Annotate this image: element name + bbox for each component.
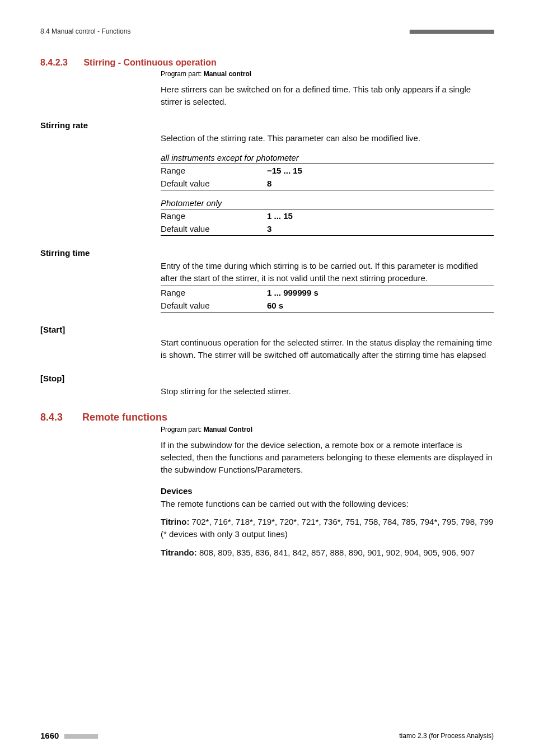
program-part-label: Program part:	[161, 70, 204, 78]
heading-title: Remote functions	[82, 412, 167, 423]
program-part-value: Manual Control	[204, 426, 252, 433]
range-key: Range	[161, 164, 267, 177]
page-footer: 1660 ■■■■■■■■ tiamo 2.3 (for Process Ana…	[40, 731, 494, 740]
stirring-time-table: Range 1 ... 999999 s Default value 60 s	[161, 286, 494, 312]
label-stirring-time: Stirring time	[40, 248, 494, 258]
page-number: 1660	[40, 731, 59, 740]
program-part-line: Program part: Manual control	[161, 70, 494, 78]
block2-caption: Photometer only	[161, 198, 494, 208]
section-8-4-3-body: Program part: Manual Control If in the s…	[161, 426, 494, 559]
range-val: 1 ... 15	[267, 209, 494, 222]
block2-table: Range 1 ... 15 Default value 3	[161, 209, 494, 236]
intro-text: Here stirrers can be switched on for a d…	[161, 83, 494, 108]
section-8-4-2-3-body: Program part: Manual control Here stirre…	[161, 70, 494, 108]
range-val: 1 ... 999999 s	[267, 286, 494, 299]
label-start: [Start]	[40, 325, 494, 334]
default-val: 8	[267, 177, 494, 190]
block1-caption: all instruments except for photometer	[161, 153, 494, 162]
table-row: Range −15 ... 15	[161, 164, 494, 177]
default-key: Default value	[161, 299, 267, 312]
stirring-rate-body: Selection of the stirring rate. This par…	[161, 132, 494, 235]
stirring-rate-desc: Selection of the stirring rate. This par…	[161, 132, 494, 144]
range-val: −15 ... 15	[267, 164, 494, 177]
block1-table: Range −15 ... 15 Default value 8	[161, 164, 494, 190]
running-header: 8.4 Manual control - Functions ■■■■■■■■■…	[40, 27, 494, 38]
table-row: Default value 8	[161, 177, 494, 190]
program-part-line: Program part: Manual Control	[161, 426, 494, 433]
table-row: Default value 60 s	[161, 299, 494, 312]
start-desc: Start continuous operation for the selec…	[161, 337, 494, 361]
stop-body: Stop stirring for the selected stirrer.	[161, 385, 494, 398]
program-part-label: Program part:	[161, 426, 204, 433]
heading-8-4-2-3: 8.4.2.3 Stirring - Continuous operation	[40, 58, 494, 68]
footer-bars: ■■■■■■■■	[64, 731, 97, 740]
default-key: Default value	[161, 177, 267, 190]
label-stop: [Stop]	[40, 374, 494, 383]
range-key: Range	[161, 209, 267, 222]
table-row: Default value 3	[161, 222, 494, 236]
page: 8.4 Manual control - Functions ■■■■■■■■■…	[0, 0, 534, 756]
stirring-time-body: Entry of the time during which stirring …	[161, 260, 494, 312]
program-part-value: Manual control	[204, 70, 251, 78]
default-val: 60 s	[267, 299, 494, 312]
titrino-label: Titrino:	[161, 517, 192, 526]
table-row: Range 1 ... 15	[161, 209, 494, 222]
header-left: 8.4 Manual control - Functions	[40, 27, 130, 35]
stop-desc: Stop stirring for the selected stirrer.	[161, 385, 494, 398]
footer-left: 1660 ■■■■■■■■	[40, 731, 97, 740]
heading-number: 8.4.2.3	[40, 58, 68, 67]
heading-title: Stirring - Continuous operation	[83, 58, 216, 67]
remote-intro: If in the subwindow for the device selec…	[161, 439, 494, 477]
titrino-line: Titrino: 702*, 716*, 718*, 719*, 720*, 7…	[161, 516, 494, 540]
titrino-body: 702*, 716*, 718*, 719*, 720*, 721*, 736*…	[161, 517, 493, 539]
default-val: 3	[267, 222, 494, 236]
start-body: Start continuous operation for the selec…	[161, 337, 494, 361]
header-barcode: ■■■■■■■■■■■■■■■■■■■■■■	[410, 27, 494, 35]
titrando-body: 808, 809, 835, 836, 841, 842, 857, 888, …	[199, 548, 475, 557]
range-key: Range	[161, 286, 267, 299]
label-stirring-rate: Stirring rate	[40, 120, 494, 130]
devices-heading: Devices	[161, 486, 494, 496]
titrando-line: Titrando: 808, 809, 835, 836, 841, 842, …	[161, 547, 494, 559]
table-row: Range 1 ... 999999 s	[161, 286, 494, 299]
default-key: Default value	[161, 222, 267, 236]
heading-number: 8.4.3	[40, 412, 63, 423]
devices-intro: The remote functions can be carried out …	[161, 498, 494, 510]
footer-product: tiamo 2.3 (for Process Analysis)	[399, 732, 494, 740]
stirring-time-desc: Entry of the time during which stirring …	[161, 260, 494, 284]
heading-8-4-3: 8.4.3 Remote functions	[40, 412, 494, 423]
titrando-label: Titrando:	[161, 548, 199, 557]
